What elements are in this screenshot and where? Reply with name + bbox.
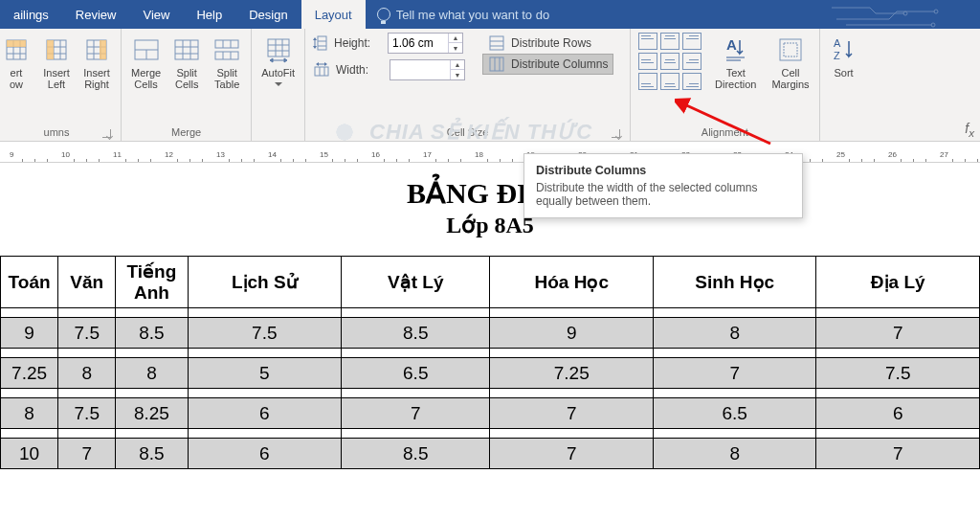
table-cell[interactable] [116, 389, 188, 398]
spin-up-icon[interactable]: ▲ [449, 34, 462, 43]
table-cell[interactable]: 8.5 [342, 439, 490, 469]
tab-layout[interactable]: Layout [301, 0, 366, 29]
table-cell[interactable] [116, 349, 188, 358]
table-cell[interactable]: 7 [490, 398, 654, 429]
table-header[interactable]: Vật Lý [342, 257, 490, 308]
table-cell[interactable] [490, 349, 654, 358]
table-header[interactable]: Hóa Học [490, 257, 654, 308]
table-cell[interactable] [342, 429, 490, 439]
align-top-center[interactable] [660, 33, 679, 50]
table-cell[interactable]: 9 [490, 318, 654, 349]
table-cell[interactable] [490, 308, 654, 318]
table-cell[interactable] [490, 429, 654, 439]
table-cell[interactable] [342, 308, 490, 318]
table-cell[interactable]: 6 [188, 398, 341, 429]
align-top-left[interactable] [638, 33, 657, 50]
width-spinner[interactable]: ▲▼ [390, 59, 465, 80]
merge-cells-button[interactable]: Merge Cells [129, 33, 163, 92]
table-cell[interactable] [653, 389, 816, 398]
width-input[interactable] [390, 60, 450, 79]
table-row[interactable]: 1078.568.5787 [1, 439, 980, 469]
table-cell[interactable] [1, 389, 58, 398]
table-cell[interactable]: 7 [816, 318, 980, 349]
tab-view[interactable]: View [129, 0, 183, 29]
table-cell[interactable] [490, 389, 654, 398]
grades-table[interactable]: ToánVănTiếngAnhLịch SửVật LýHóa HọcSinh … [0, 256, 980, 469]
table-cell[interactable]: 8 [58, 358, 116, 389]
spin-up-icon[interactable]: ▲ [451, 60, 464, 70]
insert-right-button[interactable]: Insert Right [80, 33, 113, 92]
table-cell[interactable] [1, 429, 58, 439]
align-bot-right[interactable] [682, 73, 702, 90]
table-cell[interactable] [1, 349, 58, 358]
table-cell[interactable] [58, 429, 116, 439]
table-cell[interactable] [188, 349, 341, 358]
table-cell[interactable]: 6 [188, 439, 341, 469]
table-cell[interactable] [58, 349, 116, 358]
text-direction-button[interactable]: A Text Direction [713, 33, 758, 92]
dialog-launcher-icon[interactable] [612, 129, 620, 138]
align-bot-center[interactable] [660, 73, 679, 90]
align-mid-center[interactable] [660, 53, 679, 70]
table-header[interactable]: TiếngAnh [116, 257, 188, 308]
table-cell[interactable]: 7 [342, 398, 490, 429]
table-row[interactable]: 7.258856.57.2577.5 [1, 358, 980, 389]
table-cell[interactable] [816, 308, 980, 318]
table-cell[interactable] [188, 429, 341, 439]
table-cell[interactable]: 7 [816, 439, 980, 469]
table-row[interactable]: 87.58.256776.56 [1, 398, 980, 429]
distribute-rows-button[interactable]: Distribute Rows [482, 33, 613, 54]
tab-review[interactable]: Review [62, 0, 130, 29]
table-cell[interactable]: 8 [116, 358, 188, 389]
table-cell[interactable]: 7.25 [490, 358, 654, 389]
table-cell[interactable]: 5 [188, 358, 341, 389]
tell-me-search[interactable]: Tell me what you want to do [366, 0, 561, 29]
table-cell[interactable] [653, 429, 816, 439]
split-cells-button[interactable]: Split Cells [170, 33, 203, 92]
table-cell[interactable] [116, 429, 188, 439]
table-cell[interactable]: 8 [653, 439, 816, 469]
tab-help[interactable]: Help [183, 0, 235, 29]
sort-button[interactable]: AZ Sort [828, 33, 860, 80]
height-input[interactable] [389, 34, 448, 53]
table-cell[interactable] [58, 389, 116, 398]
table-cell[interactable] [342, 349, 490, 358]
table-cell[interactable] [653, 349, 816, 358]
table-header[interactable]: Toán [1, 257, 58, 308]
table-header[interactable]: Địa Lý [816, 257, 980, 308]
align-bot-left[interactable] [638, 73, 657, 90]
table-header[interactable]: Lịch Sử [188, 257, 341, 308]
spin-down-icon[interactable]: ▼ [451, 70, 464, 79]
table-cell[interactable] [816, 349, 980, 358]
formula-icon[interactable]: fx [965, 121, 974, 139]
table-cell[interactable]: 8 [653, 318, 816, 349]
table-cell[interactable] [58, 308, 116, 318]
insert-left-button[interactable]: Insert Left [40, 33, 73, 92]
tab-mailings[interactable]: ailings [0, 0, 62, 29]
tab-design[interactable]: Design [235, 0, 301, 29]
align-top-right[interactable] [682, 33, 702, 50]
table-cell[interactable]: 7.5 [188, 318, 341, 349]
insert-above-button[interactable]: ert ow [0, 33, 33, 92]
table-row[interactable]: 97.58.57.58.5987 [1, 318, 980, 349]
spin-down-icon[interactable]: ▼ [449, 43, 462, 53]
table-cell[interactable]: 8.5 [116, 318, 188, 349]
table-cell[interactable] [1, 308, 58, 318]
table-cell[interactable]: 10 [1, 439, 58, 469]
align-mid-left[interactable] [638, 53, 657, 70]
table-cell[interactable] [816, 389, 980, 398]
table-cell[interactable]: 8.5 [342, 318, 490, 349]
table-cell[interactable] [188, 308, 341, 318]
table-header[interactable]: Sinh Học [653, 257, 816, 308]
table-header[interactable]: Văn [58, 257, 116, 308]
autofit-button[interactable]: AutoFit [259, 33, 297, 88]
table-cell[interactable]: 6.5 [653, 398, 816, 429]
table-cell[interactable]: 9 [1, 318, 58, 349]
height-spinner[interactable]: ▲▼ [388, 33, 463, 54]
table-cell[interactable] [816, 429, 980, 439]
table-cell[interactable]: 7.25 [1, 358, 58, 389]
horizontal-ruler[interactable]: 9101112131415161718192021222324252627 [0, 142, 980, 163]
table-cell[interactable]: 7 [58, 439, 116, 469]
table-cell[interactable]: 7.5 [58, 398, 116, 429]
table-cell[interactable] [116, 308, 188, 318]
